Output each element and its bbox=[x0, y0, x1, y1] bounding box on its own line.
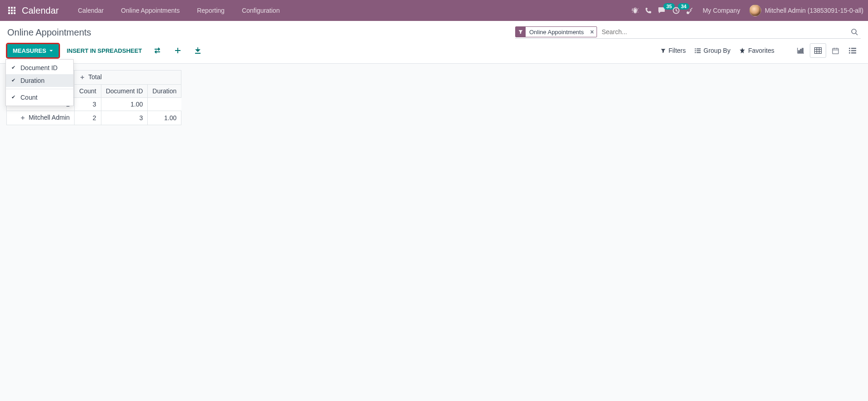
check-icon: ✔ bbox=[11, 65, 18, 71]
pivot-cell: 1.00 bbox=[101, 98, 148, 111]
breadcrumb: Online Appointments bbox=[7, 27, 91, 38]
activities-icon[interactable]: 34 bbox=[672, 7, 680, 14]
svg-point-11 bbox=[852, 29, 856, 34]
dropdown-divider bbox=[6, 89, 73, 89]
user-name: Mitchell Admin (13853091-15-0-all) bbox=[765, 7, 863, 14]
nav-item-reporting[interactable]: Reporting bbox=[189, 3, 233, 18]
svg-rect-23 bbox=[849, 48, 850, 49]
groupby-button[interactable]: Group By bbox=[695, 47, 730, 54]
pivot-col-duration: Duration bbox=[148, 85, 181, 98]
favorites-label: Favorites bbox=[748, 47, 774, 54]
measure-label: Count bbox=[20, 94, 37, 101]
view-pivot-button[interactable] bbox=[810, 43, 826, 58]
star-icon bbox=[739, 48, 745, 54]
view-switcher bbox=[793, 43, 861, 58]
user-menu[interactable]: Mitchell Admin (13853091-15-0-all) bbox=[749, 5, 863, 16]
favorites-button[interactable]: Favorites bbox=[739, 47, 774, 54]
filter-icon bbox=[661, 48, 666, 53]
measures-label: MEASURES bbox=[13, 47, 46, 54]
app-brand[interactable]: Calendar bbox=[22, 5, 59, 16]
svg-rect-0 bbox=[8, 7, 10, 9]
svg-point-9 bbox=[634, 9, 637, 13]
check-icon: ✔ bbox=[11, 94, 18, 100]
measure-label: Duration bbox=[20, 77, 45, 84]
pivot-area: ＋Total Count Document ID Duration 2 3 1.… bbox=[0, 64, 868, 132]
plus-icon: ＋ bbox=[20, 114, 26, 121]
pivot-row: ＋Mitchell Admin 2 3 1.00 bbox=[7, 111, 181, 125]
pivot-col-total[interactable]: ＋Total bbox=[75, 71, 181, 85]
pivot-cell: 1.00 bbox=[148, 111, 181, 125]
measures-button[interactable]: MEASURES bbox=[7, 44, 59, 57]
search-input[interactable] bbox=[600, 26, 848, 37]
svg-rect-18 bbox=[798, 51, 800, 53]
measure-label: Document ID bbox=[20, 64, 58, 71]
svg-rect-12 bbox=[695, 48, 696, 49]
svg-rect-5 bbox=[14, 10, 15, 11]
svg-rect-3 bbox=[8, 10, 10, 11]
svg-rect-27 bbox=[849, 52, 850, 54]
view-graph-button[interactable] bbox=[793, 43, 809, 58]
control-panel: Online Appointments Online Appointments … bbox=[0, 21, 868, 64]
top-nav: Calendar Calendar Online Appointments Re… bbox=[0, 0, 868, 21]
list-icon bbox=[695, 48, 701, 53]
svg-rect-6 bbox=[8, 12, 10, 14]
facet-remove[interactable]: × bbox=[587, 28, 597, 36]
pivot-row-header[interactable]: ＋Mitchell Admin bbox=[7, 111, 75, 125]
svg-rect-22 bbox=[832, 48, 838, 54]
pivot-col-docid: Document ID bbox=[101, 85, 148, 98]
measures-dropdown: ✔ Document ID ✔ Duration ✔ Count bbox=[5, 59, 74, 106]
pivot-cell: 3 bbox=[101, 111, 148, 125]
svg-rect-25 bbox=[849, 50, 850, 51]
view-calendar-button[interactable] bbox=[827, 43, 843, 58]
svg-rect-28 bbox=[851, 52, 856, 54]
pivot-col-count: Count bbox=[75, 85, 101, 98]
flip-axis-button[interactable] bbox=[150, 44, 165, 57]
view-list-button[interactable] bbox=[844, 43, 861, 58]
filter-icon bbox=[516, 27, 526, 37]
filters-label: Filters bbox=[668, 47, 686, 54]
measure-item-count[interactable]: ✔ Count bbox=[6, 91, 73, 104]
svg-rect-7 bbox=[11, 12, 13, 14]
svg-rect-14 bbox=[695, 50, 696, 51]
nav-item-configuration[interactable]: Configuration bbox=[234, 3, 288, 18]
svg-rect-4 bbox=[11, 10, 13, 11]
expand-all-button[interactable] bbox=[171, 44, 185, 57]
nav-item-online-appointments[interactable]: Online Appointments bbox=[113, 3, 188, 18]
plus-icon: ＋ bbox=[79, 73, 85, 81]
check-icon: ✔ bbox=[11, 77, 18, 83]
svg-rect-17 bbox=[697, 52, 701, 53]
measure-item-duration[interactable]: ✔ Duration bbox=[6, 74, 73, 87]
facet-label: Online Appointments bbox=[526, 29, 587, 36]
svg-rect-26 bbox=[851, 50, 856, 51]
svg-rect-2 bbox=[14, 7, 15, 9]
pivot-cell: 2 bbox=[75, 111, 101, 125]
pivot-cell: 3 bbox=[75, 98, 101, 111]
search-facet: Online Appointments × bbox=[515, 26, 597, 37]
svg-rect-19 bbox=[800, 49, 802, 53]
phone-icon[interactable] bbox=[645, 7, 652, 14]
svg-rect-1 bbox=[11, 7, 13, 9]
messages-icon[interactable]: 35 bbox=[658, 7, 666, 14]
search-icon[interactable] bbox=[848, 28, 861, 36]
groupby-label: Group By bbox=[703, 47, 730, 54]
svg-rect-15 bbox=[697, 50, 701, 51]
caret-down-icon bbox=[49, 49, 53, 53]
filters-button[interactable]: Filters bbox=[661, 47, 686, 54]
nav-item-calendar[interactable]: Calendar bbox=[70, 3, 112, 18]
svg-rect-13 bbox=[697, 48, 701, 49]
measure-item-document-id[interactable]: ✔ Document ID bbox=[6, 61, 73, 74]
nav-right: 35 34 My Company Mitchell Admin (1385309… bbox=[632, 5, 863, 16]
avatar bbox=[749, 5, 761, 16]
nav-items: Calendar Online Appointments Reporting C… bbox=[70, 3, 288, 18]
debug-icon[interactable] bbox=[632, 7, 639, 14]
svg-rect-16 bbox=[695, 52, 696, 53]
insert-spreadsheet-button[interactable]: INSERT IN SPREADSHEET bbox=[65, 44, 144, 57]
svg-rect-20 bbox=[802, 48, 803, 53]
download-button[interactable] bbox=[191, 44, 205, 57]
company-selector[interactable]: My Company bbox=[700, 7, 743, 14]
svg-rect-8 bbox=[14, 12, 15, 14]
tools-icon[interactable] bbox=[686, 7, 693, 14]
svg-rect-24 bbox=[851, 48, 856, 49]
apps-icon[interactable] bbox=[5, 3, 19, 18]
search-box: Online Appointments × bbox=[515, 26, 861, 39]
